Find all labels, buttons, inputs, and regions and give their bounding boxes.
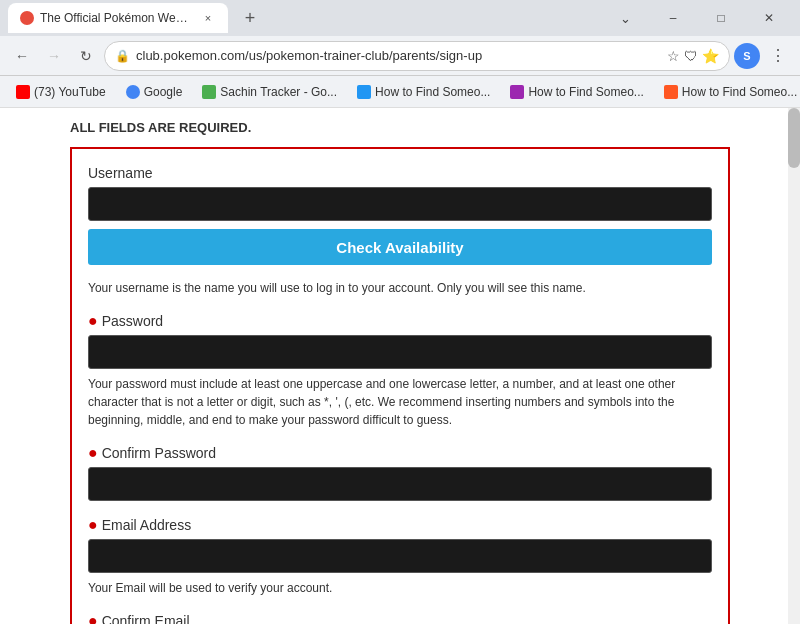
scrollbar-thumb[interactable] [788, 108, 800, 168]
scrollbar-track [788, 108, 800, 624]
how3-favicon [664, 85, 678, 99]
email-label-text: Email Address [102, 517, 191, 533]
bookmark-label: How to Find Someo... [375, 85, 490, 99]
new-tab-button[interactable]: + [236, 4, 264, 32]
bookmark-how2[interactable]: How to Find Someo... [502, 83, 651, 101]
nav-bar: ← → ↻ 🔒 club.pokemon.com/us/pokemon-trai… [0, 36, 800, 76]
password-section: ● Password Your password must include at… [88, 313, 712, 429]
extension-icon-2[interactable]: ⭐ [702, 48, 719, 64]
youtube-favicon [16, 85, 30, 99]
maximize-button[interactable]: □ [698, 2, 744, 34]
bookmark-youtube[interactable]: (73) YouTube [8, 83, 114, 101]
form-container: Username Check Availability Your usernam… [70, 147, 730, 624]
tab-favicon [20, 11, 34, 25]
tab-close-icon[interactable]: × [200, 10, 216, 26]
username-section: Username Check Availability Your usernam… [88, 165, 712, 297]
password-input[interactable] [88, 335, 712, 369]
bookmark-label: Google [144, 85, 183, 99]
minimize-button[interactable]: – [650, 2, 696, 34]
browser-chrome: The Official Pokémon Website | × + ⌄ – □… [0, 0, 800, 108]
password-label-text: Password [102, 313, 163, 329]
email-section: ● Email Address Your Email will be used … [88, 517, 712, 597]
required-dot: ● [88, 313, 98, 329]
tab-title: The Official Pokémon Website | [40, 11, 194, 25]
how2-favicon [510, 85, 524, 99]
bookmark-sachin[interactable]: Sachin Tracker - Go... [194, 83, 345, 101]
confirm-password-label-text: Confirm Password [102, 445, 216, 461]
page-inner: ALL FIELDS ARE REQUIRED. Username Check … [50, 108, 750, 624]
lock-icon: 🔒 [115, 49, 130, 63]
username-hint: Your username is the name you will use t… [88, 279, 712, 297]
google-favicon [126, 85, 140, 99]
required-notice: ALL FIELDS ARE REQUIRED. [70, 120, 730, 135]
page-content: ALL FIELDS ARE REQUIRED. Username Check … [0, 108, 800, 624]
tab-active[interactable]: The Official Pokémon Website | × [8, 3, 228, 33]
window-controls: ⌄ – □ ✕ [602, 2, 792, 34]
extension-icon[interactable]: 🛡 [684, 48, 698, 64]
confirm-email-label: ● Confirm Email [88, 613, 712, 624]
bookmark-how3[interactable]: How to Find Someo... [656, 83, 800, 101]
password-hint: Your password must include at least one … [88, 375, 712, 429]
required-dot-2: ● [88, 445, 98, 461]
username-input[interactable] [88, 187, 712, 221]
address-icons: ☆ 🛡 ⭐ [667, 48, 719, 64]
bookmark-label: (73) YouTube [34, 85, 106, 99]
required-dot-3: ● [88, 517, 98, 533]
bookmark-label: How to Find Someo... [682, 85, 797, 99]
bookmark-how1[interactable]: How to Find Someo... [349, 83, 498, 101]
forward-button[interactable]: → [40, 42, 68, 70]
chevron-down-icon[interactable]: ⌄ [602, 2, 648, 34]
confirm-password-section: ● Confirm Password [88, 445, 712, 501]
profile-icon[interactable]: S [734, 43, 760, 69]
close-button[interactable]: ✕ [746, 2, 792, 34]
bookmark-label: How to Find Someo... [528, 85, 643, 99]
back-button[interactable]: ← [8, 42, 36, 70]
url-text: club.pokemon.com/us/pokemon-trainer-club… [136, 48, 661, 63]
check-availability-button[interactable]: Check Availability [88, 229, 712, 265]
email-input[interactable] [88, 539, 712, 573]
email-label: ● Email Address [88, 517, 712, 533]
how1-favicon [357, 85, 371, 99]
settings-icon[interactable]: ⋮ [764, 42, 792, 70]
title-bar: The Official Pokémon Website | × + ⌄ – □… [0, 0, 800, 36]
bookmarks-bar: (73) YouTube Google Sachin Tracker - Go.… [0, 76, 800, 108]
username-label: Username [88, 165, 712, 181]
confirm-email-section: ● Confirm Email [88, 613, 712, 624]
email-hint: Your Email will be used to verify your a… [88, 579, 712, 597]
reload-button[interactable]: ↻ [72, 42, 100, 70]
confirm-email-label-text: Confirm Email [102, 613, 190, 624]
required-dot-4: ● [88, 613, 98, 624]
address-bar[interactable]: 🔒 club.pokemon.com/us/pokemon-trainer-cl… [104, 41, 730, 71]
sachin-favicon [202, 85, 216, 99]
bookmark-star-icon[interactable]: ☆ [667, 48, 680, 64]
password-label: ● Password [88, 313, 712, 329]
bookmark-google[interactable]: Google [118, 83, 191, 101]
confirm-password-label: ● Confirm Password [88, 445, 712, 461]
confirm-password-input[interactable] [88, 467, 712, 501]
bookmark-label: Sachin Tracker - Go... [220, 85, 337, 99]
